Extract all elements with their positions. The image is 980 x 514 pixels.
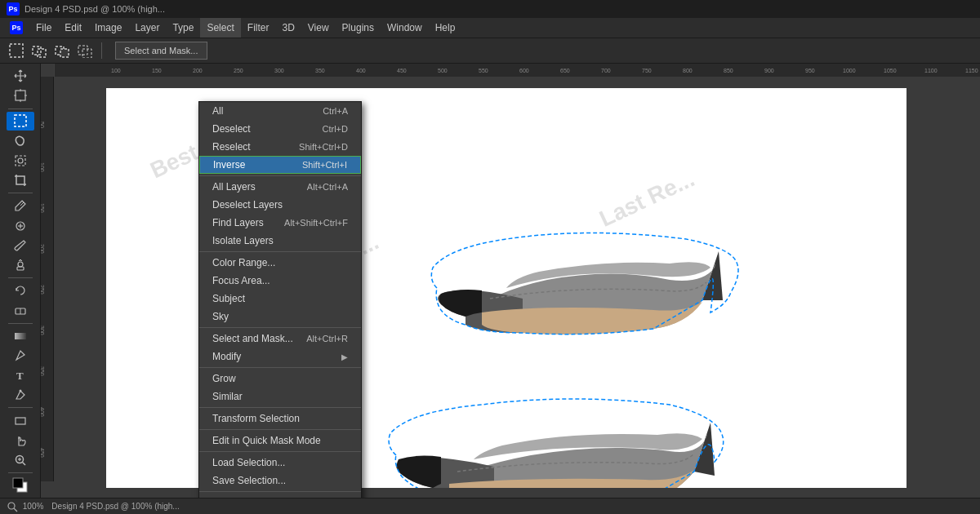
eraser-tool[interactable] — [7, 301, 34, 319]
menu-item-all[interactable]: All Ctrl+A — [199, 102, 361, 120]
menu-3d[interactable]: 3D — [275, 18, 301, 38]
shape-tool[interactable] — [7, 411, 34, 429]
svg-line-29 — [22, 462, 25, 465]
menu-item-select-and-mask[interactable]: Select and Mask... Alt+Ctrl+R — [199, 330, 361, 348]
options-toolbar: Select and Mask... — [0, 38, 980, 64]
brush-tool[interactable] — [7, 237, 34, 255]
menu-select[interactable]: Select — [200, 18, 240, 38]
menu-view[interactable]: View — [301, 18, 336, 38]
svg-point-68 — [8, 503, 15, 509]
select-and-mask-button[interactable]: Select and Mask... — [115, 42, 207, 60]
svg-text:100: 100 — [41, 162, 45, 172]
history-brush-tool[interactable] — [7, 281, 34, 299]
svg-line-69 — [14, 508, 17, 512]
zoom-tool[interactable] — [7, 451, 34, 469]
lasso-tool[interactable] — [7, 132, 34, 150]
crop-tool[interactable] — [7, 171, 34, 189]
svg-text:1150: 1150 — [965, 68, 978, 73]
menu-sep-1 — [199, 175, 361, 176]
canvas-area: 100 150 200 250 300 350 400 450 500 550 … — [41, 64, 980, 498]
menu-item-deselect[interactable]: Deselect Ctrl+D — [199, 120, 361, 138]
menu-window[interactable]: Window — [381, 18, 429, 38]
menu-ps[interactable]: Ps — [3, 18, 29, 38]
svg-text:600: 600 — [519, 68, 529, 73]
eyedropper-tool[interactable] — [7, 197, 34, 215]
ruler-horizontal: 100 150 200 250 300 350 400 450 500 550 … — [54, 64, 980, 77]
menu-item-reselect[interactable]: Reselect Shift+Ctrl+D — [199, 138, 361, 156]
svg-text:250: 250 — [234, 68, 243, 73]
svg-rect-0 — [10, 44, 23, 57]
menu-item-select-and-mask-label: Select and Mask... — [212, 333, 293, 344]
menu-file[interactable]: File — [29, 18, 58, 38]
move-tool[interactable] — [7, 67, 34, 85]
menu-item-transform-selection[interactable]: Transform Selection — [199, 410, 361, 428]
menu-item-load-selection[interactable]: Load Selection... — [199, 454, 361, 472]
menu-sep-6 — [199, 429, 361, 430]
menu-item-modify[interactable]: Modify ▶ — [199, 348, 361, 366]
status-document-info: Design 4 PSD.psd @ 100% (high... — [51, 502, 179, 511]
menu-item-focus-area[interactable]: Focus Area... — [199, 272, 361, 290]
menu-item-find-layers-shortcut: Alt+Shift+Ctrl+F — [284, 218, 348, 228]
menu-item-load-selection-label: Load Selection... — [212, 457, 285, 468]
object-select-tool[interactable] — [7, 152, 34, 170]
ruler-vertical: 50 100 150 200 250 300 350 400 450 — [41, 77, 54, 481]
menu-plugins[interactable]: Plugins — [336, 18, 381, 38]
menu-item-sky-label: Sky — [212, 311, 229, 322]
menu-item-find-layers[interactable]: Find Layers Alt+Shift+Ctrl+F — [199, 214, 361, 232]
gradient-tool[interactable] — [7, 326, 34, 344]
text-tool[interactable]: T — [7, 366, 34, 384]
menu-item-new-3d-extrusion[interactable]: New 3D Extrusion — [199, 494, 361, 498]
path-select-tool[interactable] — [7, 386, 34, 404]
svg-text:400: 400 — [41, 407, 45, 417]
svg-text:950: 950 — [805, 68, 815, 73]
menu-item-all-layers-shortcut: Alt+Ctrl+A — [307, 182, 348, 192]
menu-item-isolate-layers[interactable]: Isolate Layers — [199, 232, 361, 250]
menu-item-quick-mask-label: Edit in Quick Mask Mode — [212, 435, 321, 446]
svg-point-14 — [18, 158, 23, 163]
menu-item-deselect-layers[interactable]: Deselect Layers — [199, 196, 361, 214]
svg-text:150: 150 — [41, 203, 45, 213]
menu-item-focus-area-label: Focus Area... — [212, 275, 270, 286]
menu-item-grow[interactable]: Grow — [199, 370, 361, 388]
foreground-background-colors[interactable] — [7, 476, 34, 494]
svg-text:1050: 1050 — [884, 68, 897, 73]
menu-item-sky[interactable]: Sky — [199, 308, 361, 326]
menu-item-subject[interactable]: Subject — [199, 290, 361, 308]
svg-text:850: 850 — [724, 68, 733, 73]
svg-rect-33 — [13, 478, 23, 488]
menu-edit[interactable]: Edit — [58, 18, 88, 38]
menu-item-all-layers[interactable]: All Layers Alt+Ctrl+A — [199, 178, 361, 196]
intersect-selection-icon[interactable] — [75, 41, 95, 60]
main-workspace: T — [0, 64, 980, 498]
select-dropdown-menu[interactable]: All Ctrl+A Deselect Ctrl+D Reselect Shif… — [198, 101, 362, 498]
menu-filter[interactable]: Filter — [241, 18, 276, 38]
menu-item-find-layers-label: Find Layers — [212, 217, 264, 228]
svg-text:150: 150 — [152, 68, 162, 73]
add-selection-icon[interactable] — [29, 41, 49, 60]
toolbar-separator-1 — [101, 42, 102, 59]
menu-bar[interactable]: Ps File Edit Image Layer Type Select Fil… — [0, 18, 980, 38]
menu-item-deselect-shortcut: Ctrl+D — [323, 124, 348, 134]
pen-tool[interactable] — [7, 347, 34, 365]
menu-image[interactable]: Image — [88, 18, 128, 38]
heal-tool[interactable] — [7, 216, 34, 234]
menu-help[interactable]: Help — [429, 18, 462, 38]
subtract-selection-icon[interactable] — [52, 41, 72, 60]
menu-item-similar[interactable]: Similar — [199, 388, 361, 405]
svg-text:1100: 1100 — [924, 68, 938, 73]
menu-item-quick-mask[interactable]: Edit in Quick Mask Mode — [199, 432, 361, 450]
menu-item-color-range[interactable]: Color Range... — [199, 254, 361, 272]
menu-sep-3 — [199, 327, 361, 328]
svg-point-25 — [19, 390, 21, 392]
menu-item-inverse[interactable]: Inverse Shift+Ctrl+I — [199, 156, 361, 174]
menu-layer[interactable]: Layer — [128, 18, 166, 38]
menu-item-save-selection[interactable]: Save Selection... — [199, 472, 361, 490]
marquee-tool[interactable] — [7, 112, 34, 130]
menu-item-subject-label: Subject — [212, 293, 245, 304]
clone-stamp-tool[interactable] — [7, 256, 34, 274]
menu-type[interactable]: Type — [166, 18, 200, 38]
new-selection-icon[interactable] — [7, 41, 26, 60]
status-zoom: 100% — [7, 501, 43, 512]
hand-tool[interactable] — [7, 432, 34, 450]
artboard-tool[interactable] — [7, 86, 34, 104]
